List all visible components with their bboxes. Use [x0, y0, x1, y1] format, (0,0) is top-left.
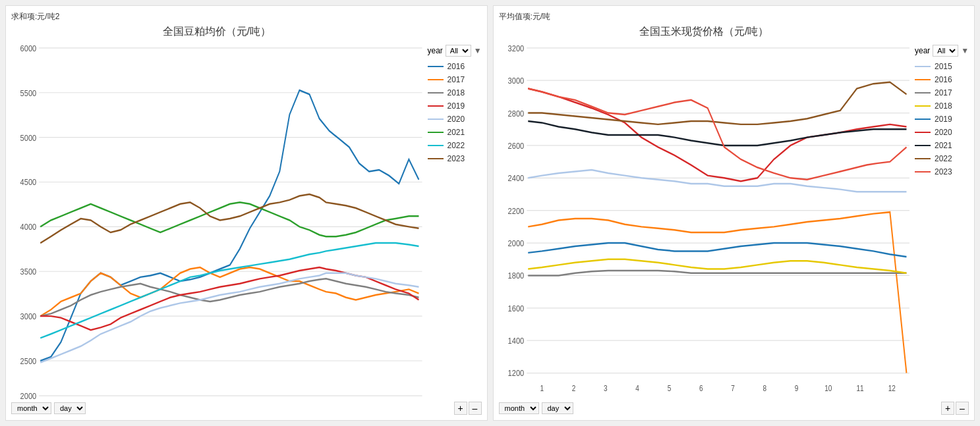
chart2-day-select[interactable]: day	[542, 402, 573, 414]
legend2-item-2019: 2019	[915, 115, 969, 124]
svg-text:10: 10	[824, 384, 832, 392]
svg-text:5000: 5000	[20, 132, 37, 142]
chart1-filter[interactable]: year All ▼	[428, 45, 482, 57]
chart2-zoom-controls[interactable]: + –	[941, 402, 969, 415]
legend2-item-2015: 2015	[915, 62, 969, 71]
legend2-label-2021: 2021	[935, 141, 952, 150]
legend2-label-2019: 2019	[935, 115, 952, 124]
chart1-day-select[interactable]: day	[54, 402, 86, 414]
chart1-filter-icon: ▼	[474, 46, 482, 55]
svg-text:8: 8	[763, 384, 766, 392]
legend2-item-2021: 2021	[915, 141, 969, 150]
legend-label-2021: 2021	[447, 128, 465, 137]
chart2-zoom-minus[interactable]: –	[956, 402, 969, 415]
svg-text:1800: 1800	[507, 271, 524, 280]
chart1-filter-label: year	[428, 46, 443, 55]
chart2-filter[interactable]: year All ▼	[915, 45, 969, 57]
chart1-footer: month day + –	[11, 402, 482, 415]
svg-text:2400: 2400	[507, 173, 524, 183]
chart2-svg-container: 3200 3000 2800 2600 2400 2200 2000 1800 …	[499, 41, 910, 399]
legend-item-2019: 2019	[428, 101, 482, 111]
svg-text:1400: 1400	[507, 336, 524, 346]
chart1-footer-controls[interactable]: month day	[11, 402, 86, 414]
chart1-zoom-minus[interactable]: –	[469, 402, 482, 415]
legend2-line-2019	[915, 119, 931, 120]
legend-line-2017	[428, 79, 444, 80]
legend-label-2022: 2022	[447, 141, 465, 150]
svg-text:2800: 2800	[507, 108, 524, 118]
legend-item-2023: 2023	[428, 154, 482, 163]
svg-text:6000: 6000	[20, 43, 37, 53]
legend-label-2017: 2017	[447, 75, 465, 84]
chart2-header: 平均值项:元/吨	[499, 11, 969, 22]
legend-line-2018	[428, 92, 444, 93]
svg-text:1: 1	[540, 384, 544, 392]
svg-text:2500: 2500	[20, 356, 37, 366]
svg-text:2000: 2000	[507, 238, 524, 248]
legend2-label-2020: 2020	[935, 128, 952, 137]
chart2-title: 全国玉米现货价格（元/吨）	[499, 25, 910, 39]
legend-item-2022: 2022	[428, 141, 482, 150]
chart2-footer-controls[interactable]: month day	[499, 402, 573, 414]
legend2-label-2023: 2023	[935, 167, 952, 176]
legend2-line-2016	[915, 79, 931, 80]
legend2-line-2015	[915, 66, 931, 67]
svg-text:5: 5	[667, 384, 671, 392]
legend-line-2016	[428, 66, 444, 67]
legend-item-2017: 2017	[428, 75, 482, 84]
legend2-item-2018: 2018	[915, 101, 969, 111]
chart2-footer: month day + –	[499, 402, 969, 415]
legend-label-2023: 2023	[447, 154, 465, 163]
legend2-line-2022	[915, 158, 931, 159]
chart1-year-select[interactable]: All	[446, 45, 471, 57]
svg-text:9: 9	[794, 384, 798, 392]
svg-text:4: 4	[635, 384, 639, 392]
svg-text:4500: 4500	[20, 177, 37, 187]
chart1-header: 求和项:元/吨2	[11, 11, 482, 22]
legend2-label-2017: 2017	[935, 88, 952, 97]
legend-line-2022	[428, 145, 444, 146]
legend2-label-2016: 2016	[935, 75, 952, 84]
svg-text:3000: 3000	[20, 311, 37, 321]
svg-text:2000: 2000	[20, 391, 37, 399]
legend-label-2016: 2016	[447, 62, 465, 71]
chart1-title: 全国豆粕均价（元/吨）	[11, 25, 422, 39]
chart1-svg-container: 6000 5500 5000 4500 4000 3500 3000 2500 …	[11, 41, 422, 399]
chart1-legend: year All ▼ 2016 2017 2018 2019	[422, 25, 482, 399]
svg-text:4000: 4000	[20, 222, 37, 232]
legend-line-2019	[428, 105, 444, 107]
chart1-svg: 6000 5500 5000 4500 4000 3500 3000 2500 …	[11, 41, 422, 399]
chart2-legend: year All ▼ 2015 2016 2017 2018	[909, 25, 969, 399]
chart1-zoom-plus[interactable]: +	[454, 402, 467, 415]
legend-item-2020: 2020	[428, 115, 482, 124]
legend-line-2023	[428, 158, 444, 159]
svg-text:11: 11	[856, 384, 863, 392]
legend-item-2021: 2021	[428, 128, 482, 137]
chart2-filter-icon: ▼	[961, 46, 969, 55]
chart2-year-select[interactable]: All	[933, 45, 958, 57]
legend2-item-2017: 2017	[915, 88, 969, 97]
legend2-label-2022: 2022	[935, 154, 952, 163]
legend2-line-2020	[915, 132, 931, 133]
legend2-item-2016: 2016	[915, 75, 969, 84]
chart2-svg: 3200 3000 2800 2600 2400 2200 2000 1800 …	[499, 41, 910, 399]
chart1-month-select[interactable]: month	[11, 402, 51, 414]
chart2-month-select[interactable]: month	[499, 402, 539, 414]
svg-text:3000: 3000	[507, 76, 524, 86]
svg-text:2: 2	[571, 384, 575, 392]
svg-text:6: 6	[699, 384, 703, 392]
svg-text:5500: 5500	[20, 88, 37, 98]
chart2-zoom-plus[interactable]: +	[941, 402, 954, 415]
svg-text:7: 7	[731, 384, 735, 392]
legend-label-2019: 2019	[447, 101, 465, 111]
legend2-label-2015: 2015	[935, 62, 952, 71]
chart-panel-2: 平均值项:元/吨 全国玉米现货价格（元/吨） 3200 3000 2800 26…	[493, 5, 975, 421]
chart1-zoom-controls[interactable]: + –	[454, 402, 482, 415]
chart-panel-1: 求和项:元/吨2 全国豆粕均价（元/吨） 6000 5500 5000 4500…	[5, 5, 488, 421]
svg-text:2200: 2200	[507, 206, 524, 216]
legend-label-2018: 2018	[447, 88, 465, 97]
svg-text:3500: 3500	[20, 267, 37, 277]
legend2-line-2023	[915, 171, 931, 173]
legend2-line-2017	[915, 92, 931, 93]
legend-line-2020	[428, 119, 444, 120]
